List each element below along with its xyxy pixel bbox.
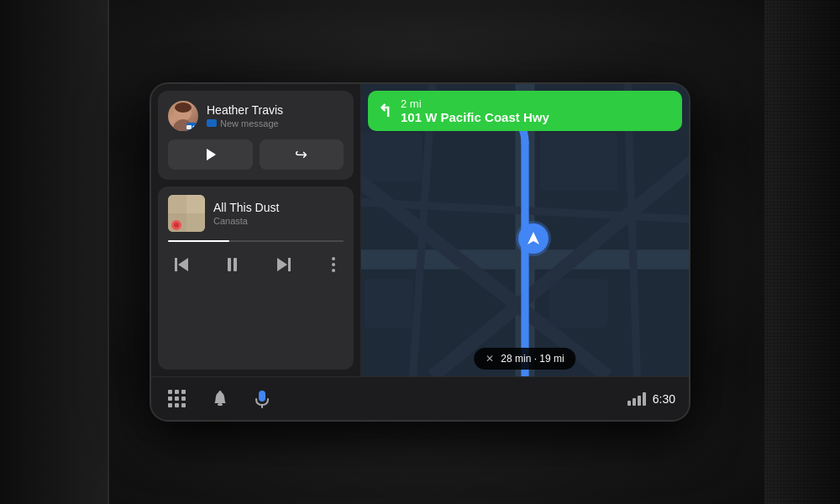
svg-rect-24 xyxy=(218,403,223,406)
skip-forward-button[interactable] xyxy=(274,255,294,275)
pause-icon xyxy=(228,258,237,271)
android-auto-screen: Heather Travis New message ↩ xyxy=(151,84,689,420)
grill-texture xyxy=(764,0,840,504)
time-display: 6:30 xyxy=(653,392,675,406)
nav-distance: 2 mi xyxy=(401,97,549,110)
message-badge xyxy=(186,123,198,131)
svg-rect-28 xyxy=(627,401,631,406)
progress-fill xyxy=(168,240,229,242)
arrow-circle xyxy=(518,223,549,254)
svg-rect-21 xyxy=(549,279,608,328)
track-info: All This Dust Canasta xyxy=(213,201,344,227)
reply-message-button[interactable]: ↩ xyxy=(260,139,344,170)
skip-back-icon xyxy=(175,258,188,271)
notifications-button[interactable] xyxy=(209,387,231,411)
grid-dot xyxy=(175,396,179,401)
message-info: Heather Travis New message xyxy=(207,103,344,129)
more-options-button[interactable] xyxy=(327,252,340,277)
message-actions: ↩ xyxy=(168,139,344,170)
skip-back-button[interactable] xyxy=(171,255,192,275)
play-message-button[interactable] xyxy=(168,139,253,170)
grid-dot xyxy=(168,390,172,394)
more-dots-icon xyxy=(330,255,337,274)
avatar xyxy=(168,101,198,131)
nav-header: ↰ 2 mi 101 W Pacific Coast Hwy xyxy=(368,91,682,131)
contact-name: Heather Travis xyxy=(207,103,344,118)
dot1 xyxy=(332,257,335,260)
progress-bar xyxy=(168,240,344,242)
grid-dot xyxy=(168,403,172,407)
car-dashboard: Heather Travis New message ↩ xyxy=(0,0,840,504)
map-panel[interactable]: ↰ 2 mi 101 W Pacific Coast Hwy xyxy=(361,84,689,376)
svg-rect-19 xyxy=(539,133,617,192)
turn-arrow: ↰ xyxy=(378,101,392,121)
message-header: Heather Travis New message xyxy=(168,101,344,131)
nav-street: 101 W Pacific Coast Hwy xyxy=(401,110,549,124)
dashboard-left xyxy=(0,0,109,504)
left-panel: Heather Travis New message ↩ xyxy=(151,84,361,376)
grid-dot xyxy=(181,390,186,394)
music-card: All This Dust Canasta xyxy=(158,186,354,370)
svg-marker-23 xyxy=(528,232,539,244)
screen-main: Heather Travis New message ↩ xyxy=(151,84,689,376)
pause-button[interactable] xyxy=(224,255,240,275)
svg-rect-20 xyxy=(361,133,423,181)
music-controls xyxy=(168,252,344,277)
message-type-icon xyxy=(207,119,217,127)
grid-icon xyxy=(168,390,186,407)
grid-dot xyxy=(181,403,186,407)
svg-point-25 xyxy=(219,391,222,393)
svg-rect-30 xyxy=(638,396,641,406)
svg-rect-26 xyxy=(259,391,265,402)
eta-time: 28 min · 19 mi xyxy=(501,353,564,365)
svg-rect-22 xyxy=(365,279,413,328)
svg-rect-5 xyxy=(192,125,197,129)
voice-button[interactable] xyxy=(251,386,273,412)
apps-button[interactable] xyxy=(165,386,189,411)
pause-bar-left xyxy=(228,258,231,271)
bottom-nav xyxy=(165,386,273,412)
bottom-bar: 6:30 xyxy=(151,376,689,420)
dot2 xyxy=(332,263,335,266)
mic-icon xyxy=(255,390,270,408)
pause-bar-right xyxy=(234,258,237,271)
nav-info: 2 mi 101 W Pacific Coast Hwy xyxy=(401,97,549,124)
skip-forward-icon xyxy=(277,258,291,271)
album-art xyxy=(168,195,205,232)
music-header: All This Dust Canasta xyxy=(168,195,344,232)
message-subtitle-text: New message xyxy=(220,118,279,129)
message-subtitle: New message xyxy=(207,118,344,129)
artist-name: Canasta xyxy=(213,216,344,226)
reply-icon: ↩ xyxy=(295,145,307,164)
bell-icon xyxy=(213,391,228,407)
grid-dot xyxy=(181,396,186,401)
dot3 xyxy=(332,269,335,272)
message-card: Heather Travis New message ↩ xyxy=(158,91,354,180)
svg-point-1 xyxy=(175,102,192,113)
svg-rect-31 xyxy=(643,392,646,406)
dashboard-right xyxy=(764,0,840,504)
grid-dot xyxy=(168,396,172,401)
svg-rect-29 xyxy=(633,398,636,406)
play-icon xyxy=(207,149,216,160)
bottom-right: 6:30 xyxy=(627,392,675,406)
track-name: All This Dust xyxy=(213,201,344,215)
grid-dot xyxy=(175,390,179,394)
grid-dot xyxy=(175,403,179,407)
signal-icon xyxy=(627,392,646,406)
svg-point-10 xyxy=(174,223,179,228)
eta-close-icon[interactable]: ✕ xyxy=(486,353,494,365)
eta-bar: ✕ 28 min · 19 mi xyxy=(474,348,575,370)
location-marker xyxy=(518,223,549,254)
